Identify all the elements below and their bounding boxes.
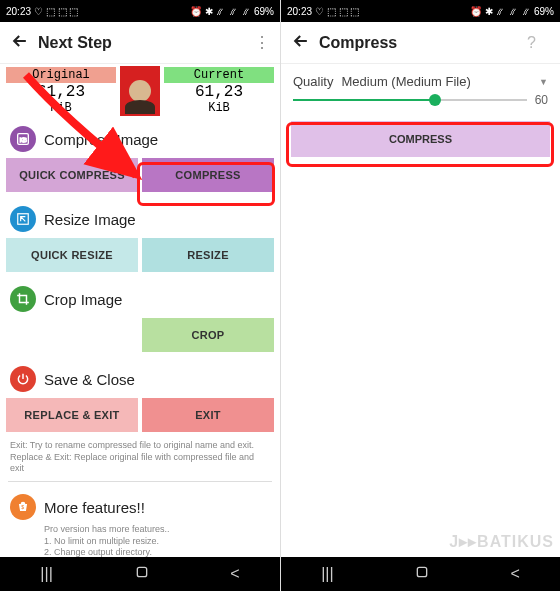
nav-home[interactable] <box>134 564 150 584</box>
svg-text:KB: KB <box>20 137 28 143</box>
status-bar: 20:23♡ ⬚ ⬚ ⬚ ⏰ ✱ ⫽ ⫽ ⫽69% <box>0 0 280 22</box>
nav-recent[interactable]: ||| <box>40 565 52 583</box>
resize-button[interactable]: RESIZE <box>142 238 274 272</box>
nav-bar: ||| < <box>281 557 560 591</box>
page-title: Compress <box>319 34 527 52</box>
nav-back[interactable]: < <box>510 565 519 583</box>
replace-exit-button[interactable]: REPLACE & EXIT <box>6 398 138 432</box>
compress-button[interactable]: COMPRESS <box>142 158 274 192</box>
svg-rect-8 <box>137 567 146 576</box>
nav-bar: ||| < <box>0 557 280 591</box>
nav-home[interactable] <box>414 564 430 584</box>
more-icon[interactable]: ⋮ <box>254 33 270 52</box>
power-icon <box>10 366 36 392</box>
back-icon[interactable] <box>291 31 311 55</box>
app-bar: Next Step ⋮ <box>0 22 280 64</box>
crop-icon <box>10 286 36 312</box>
left-screen: 20:23♡ ⬚ ⬚ ⬚ ⏰ ✱ ⫽ ⫽ ⫽69% Next Step ⋮ Or… <box>0 0 280 591</box>
compress-button[interactable]: COMPRESS <box>291 121 550 157</box>
help-icon[interactable]: ? <box>527 34 536 52</box>
original-label: Original <box>6 67 116 83</box>
resize-icon <box>10 206 36 232</box>
right-screen: 20:23♡ ⬚ ⬚ ⬚ ⏰ ✱ ⫽ ⫽ ⫽69% Compress ? Qua… <box>280 0 560 591</box>
quick-resize-button[interactable]: QUICK RESIZE <box>6 238 138 272</box>
bag-icon: $ <box>10 494 36 520</box>
current-size: 61,23 <box>164 83 274 101</box>
size-comparison: Original 61,23 KiB Current 61,23 KiB <box>0 64 280 118</box>
section-compress: KB Compress Image <box>0 118 280 156</box>
watermark: J▸▸BATIKUS <box>449 532 554 551</box>
status-battery: 69% <box>254 6 274 17</box>
svg-text:$: $ <box>21 504 24 510</box>
crop-button[interactable]: CROP <box>142 318 274 352</box>
image-thumbnail[interactable] <box>120 66 160 116</box>
compress-icon: KB <box>10 126 36 152</box>
app-bar: Compress ? <box>281 22 560 64</box>
section-more: $ More features!! <box>0 486 280 524</box>
quality-dropdown[interactable]: Quality Medium (Medium File) ▼ <box>281 64 560 93</box>
nav-back[interactable]: < <box>230 565 239 583</box>
original-size: 61,23 <box>6 83 116 101</box>
nav-recent[interactable]: ||| <box>321 565 333 583</box>
chevron-down-icon: ▼ <box>539 77 548 87</box>
slider-value: 60 <box>535 93 548 107</box>
svg-rect-10 <box>417 567 426 576</box>
current-label: Current <box>164 67 274 83</box>
quality-slider[interactable]: 60 <box>281 93 560 117</box>
status-bar: 20:23♡ ⬚ ⬚ ⬚ ⏰ ✱ ⫽ ⫽ ⫽69% <box>281 0 560 22</box>
save-note: Exit: Try to rename compressed file to o… <box>0 438 280 477</box>
section-save: Save & Close <box>0 358 280 396</box>
section-resize: Resize Image <box>0 198 280 236</box>
section-crop: Crop Image <box>0 278 280 316</box>
status-time: 20:23 <box>6 6 31 17</box>
back-icon[interactable] <box>10 31 30 55</box>
quality-value: Medium (Medium File) <box>341 74 470 89</box>
quality-label: Quality <box>293 74 333 89</box>
page-title: Next Step <box>38 34 226 52</box>
exit-button[interactable]: EXIT <box>142 398 274 432</box>
quick-compress-button[interactable]: QUICK COMPRESS <box>6 158 138 192</box>
